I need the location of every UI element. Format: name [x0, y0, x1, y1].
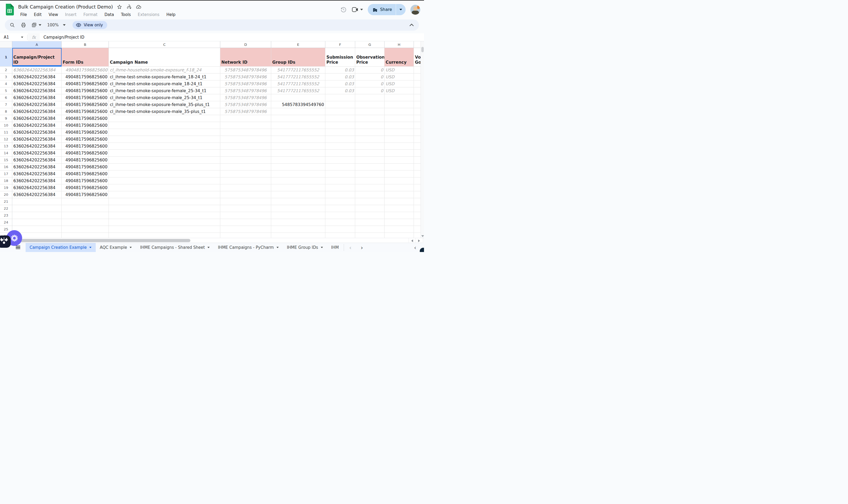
- cell-B6[interactable]: 4904817596825600: [62, 94, 109, 101]
- cell-E22[interactable]: [271, 205, 325, 212]
- cell-E2[interactable]: 5417772117655552: [271, 67, 325, 73]
- row-header-4[interactable]: 4: [0, 80, 12, 87]
- cell-H8[interactable]: [384, 108, 414, 115]
- cell-H7[interactable]: [384, 101, 414, 108]
- cell-G1[interactable]: Observation Price: [355, 48, 384, 67]
- cell-B1[interactable]: Form IDs: [62, 48, 109, 67]
- cell-G10[interactable]: [355, 122, 384, 129]
- row-header-10[interactable]: 10: [0, 122, 12, 129]
- cell-D10[interactable]: [220, 122, 271, 129]
- cell-E7[interactable]: 5485783394549760: [271, 101, 325, 108]
- cell-F9[interactable]: [325, 115, 355, 122]
- cell-F10[interactable]: [325, 122, 355, 129]
- row-header-9[interactable]: 9: [0, 115, 12, 122]
- cell-A2[interactable]: 6360264202256384: [12, 67, 62, 73]
- cell-H23[interactable]: [384, 212, 414, 219]
- cell-H13[interactable]: [384, 143, 414, 150]
- cell-A22[interactable]: [12, 205, 62, 212]
- cell-B15[interactable]: 4904817596825600: [62, 157, 109, 164]
- cell-B8[interactable]: 4904817596825600: [62, 108, 109, 115]
- column-header-F[interactable]: F: [325, 41, 355, 48]
- cell-G4[interactable]: 0: [355, 80, 384, 87]
- cell-G15[interactable]: [355, 157, 384, 164]
- cell-C7[interactable]: cl_ihme-test-smoke-sxposure-female_35-pl…: [109, 101, 220, 108]
- brand-logo-button[interactable]: [0, 235, 11, 248]
- cell-E4[interactable]: 5417772117655552: [271, 80, 325, 87]
- cell-A9[interactable]: 6360264202256384: [12, 115, 62, 122]
- cell-A25[interactable]: [12, 226, 62, 233]
- cell-E11[interactable]: [271, 129, 325, 136]
- scroll-down-arrow-icon[interactable]: [421, 235, 424, 237]
- cell-G18[interactable]: [355, 177, 384, 184]
- cell-C1[interactable]: Campaign Name: [109, 48, 220, 67]
- column-header-D[interactable]: D: [220, 41, 271, 48]
- cell-H19[interactable]: [384, 184, 414, 191]
- cell-E10[interactable]: [271, 122, 325, 129]
- cell-D8[interactable]: 5758753487978496: [220, 108, 271, 115]
- cell-B13[interactable]: 4904817596825600: [62, 143, 109, 150]
- cell-F21[interactable]: [325, 198, 355, 205]
- view-only-badge[interactable]: View only: [72, 21, 107, 29]
- cell-G24[interactable]: [355, 219, 384, 226]
- cell-E18[interactable]: [271, 177, 325, 184]
- row-header-13[interactable]: 13: [0, 143, 12, 150]
- cell-D12[interactable]: [220, 136, 271, 143]
- cell-G14[interactable]: [355, 150, 384, 157]
- cell-B26[interactable]: [62, 233, 109, 238]
- cell-H6[interactable]: [384, 94, 414, 101]
- cell-C9[interactable]: [109, 115, 220, 122]
- row-header-7[interactable]: 7: [0, 101, 12, 108]
- cell-B24[interactable]: [62, 219, 109, 226]
- cell-C10[interactable]: [109, 122, 220, 129]
- cell-B17[interactable]: 4904817596825600: [62, 170, 109, 177]
- cell-G3[interactable]: 0: [355, 73, 384, 80]
- side-panel-collapse-chevron-icon[interactable]: ‹: [412, 244, 419, 251]
- cell-F24[interactable]: [325, 219, 355, 226]
- cell-A13[interactable]: 6360264202256384: [12, 143, 62, 150]
- cell-E26[interactable]: [271, 233, 325, 238]
- sheet-tab-campaign-creation-example[interactable]: Campaign Creation Example: [25, 243, 96, 252]
- cell-G20[interactable]: [355, 191, 384, 198]
- cell-B10[interactable]: 4904817596825600: [62, 122, 109, 129]
- cell-H2[interactable]: USD: [384, 67, 414, 73]
- column-header-C[interactable]: C: [109, 41, 220, 48]
- scroll-left-button[interactable]: [409, 238, 415, 243]
- user-avatar[interactable]: [410, 5, 420, 15]
- cell-E8[interactable]: [271, 108, 325, 115]
- share-button[interactable]: Share: [368, 4, 405, 15]
- menu-item-view[interactable]: View: [46, 12, 61, 18]
- cell-A8[interactable]: 6360264202256384: [12, 108, 62, 115]
- cell-C2[interactable]: cl_ihme-household-smoke-exposure_f-18_24: [109, 67, 220, 73]
- cell-D15[interactable]: [220, 157, 271, 164]
- sheet-tab-ihm[interactable]: IHM: [327, 243, 339, 252]
- cell-E17[interactable]: [271, 170, 325, 177]
- cell-C11[interactable]: [109, 129, 220, 136]
- cell-G13[interactable]: [355, 143, 384, 150]
- name-box[interactable]: A1: [0, 35, 25, 40]
- row-header-18[interactable]: 18: [0, 177, 12, 184]
- cell-F23[interactable]: [325, 212, 355, 219]
- row-header-5[interactable]: 5: [0, 87, 12, 94]
- row-header-19[interactable]: 19: [0, 184, 12, 191]
- cell-F14[interactable]: [325, 150, 355, 157]
- cell-G26[interactable]: [355, 233, 384, 238]
- row-header-1[interactable]: 1: [0, 48, 12, 67]
- cell-G23[interactable]: [355, 212, 384, 219]
- cell-D9[interactable]: [220, 115, 271, 122]
- cell-F7[interactable]: [325, 101, 355, 108]
- cell-A14[interactable]: 6360264202256384: [12, 150, 62, 157]
- cell-E20[interactable]: [271, 191, 325, 198]
- sheet-tab-dropdown-arrow[interactable]: [129, 247, 132, 248]
- cell-D21[interactable]: [220, 198, 271, 205]
- namebox-dropdown-arrow[interactable]: [21, 36, 23, 38]
- cell-D20[interactable]: [220, 191, 271, 198]
- cell-G22[interactable]: [355, 205, 384, 212]
- collapse-toolbar-chevron-icon[interactable]: [408, 21, 415, 29]
- cell-A18[interactable]: 6360264202256384: [12, 177, 62, 184]
- cell-H4[interactable]: USD: [384, 80, 414, 87]
- tabs-scroll-left-chevron-icon[interactable]: ‹: [347, 244, 354, 251]
- cell-C4[interactable]: cl_ihme-test-smoke-sxposure-male_18-24_t…: [109, 80, 220, 87]
- cell-G12[interactable]: [355, 136, 384, 143]
- cell-C21[interactable]: [109, 198, 220, 205]
- cell-F17[interactable]: [325, 170, 355, 177]
